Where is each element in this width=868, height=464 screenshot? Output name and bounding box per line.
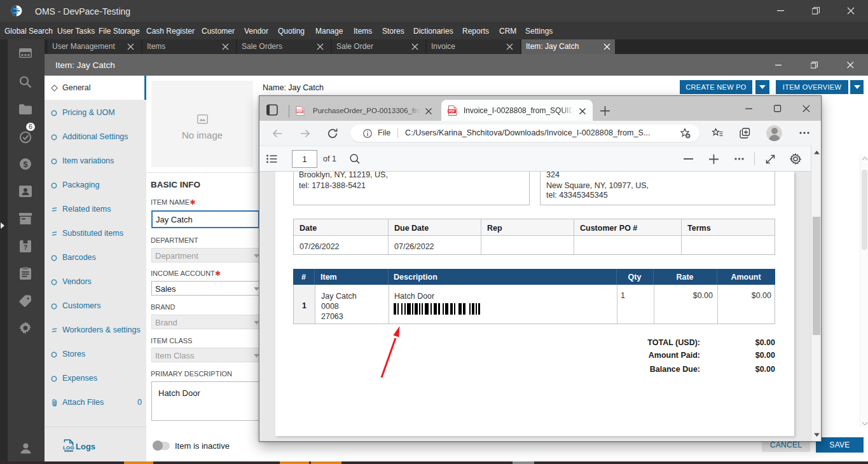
svg-text:PDF: PDF <box>296 110 302 113</box>
svg-text:$: $ <box>23 160 28 169</box>
svg-text:LOG: LOG <box>63 445 74 451</box>
svg-text:PDF: PDF <box>449 109 455 113</box>
svg-text:?: ? <box>24 244 27 251</box>
